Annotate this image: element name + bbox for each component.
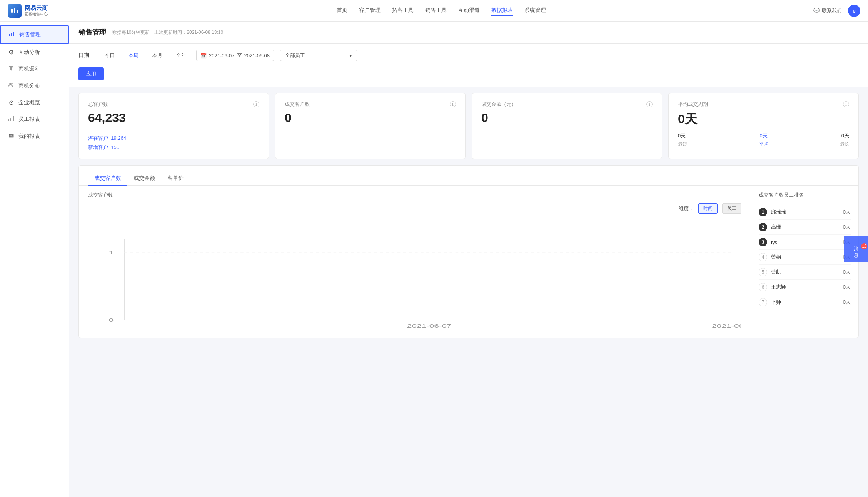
filter-row: 日期： 今日 本周 本月 全年 📅 2021-06-07 至 2021-06-0…: [78, 50, 859, 61]
stat-label-amount: 成交金额（元） ℹ: [481, 101, 653, 108]
contact-button[interactable]: 💬 联系我们: [813, 7, 842, 14]
stat-card-period: 平均成交周期 ℹ 0天 0天 0天 0天 最短 平均 最长: [668, 93, 859, 159]
ranking-item-2: 2 高珊 0人: [759, 220, 851, 235]
svg-rect-8: [8, 119, 9, 121]
chart-area: 1 0 2021-06-07 2021-06-08: [88, 235, 741, 331]
period-min-label: 最短: [678, 141, 687, 147]
nav-item-tools[interactable]: 拓客工具: [392, 5, 414, 16]
svg-rect-1: [14, 8, 15, 13]
chart-tabs: 成交客户数 成交金额 客单价: [79, 166, 858, 186]
sidebar-item-employee[interactable]: 员工报表: [0, 111, 69, 128]
nav-item-reports[interactable]: 数据报表: [491, 5, 513, 16]
rank-name-5: 曹凯: [771, 269, 839, 276]
period-avg-label: 平均: [759, 141, 768, 147]
rank-name-6: 王志颖: [771, 284, 839, 291]
date-to: 2021-06-08: [244, 53, 270, 59]
sidebar-item-my-reports[interactable]: ✉ 我的报表: [0, 128, 69, 144]
date-btn-year[interactable]: 全年: [172, 50, 190, 60]
phone-float-btn[interactable]: 打电话: [844, 236, 868, 243]
logo-icon: [8, 4, 22, 18]
nav-right: 💬 联系我们 e: [813, 5, 860, 17]
ranking-item-7: 7 卜帅 0人: [759, 295, 851, 310]
date-btn-today[interactable]: 今日: [101, 50, 119, 60]
top-nav: 网易云商 互客销售中心 首页 客户管理 拓客工具 销售工具 互动渠道 数据报表 …: [0, 0, 868, 22]
content-area: 销售管理 数据每10分钟更新，上次更新时间：2021-06-08 13:10 日…: [69, 22, 868, 497]
sidebar-item-opportunity[interactable]: 商机分布: [0, 77, 69, 94]
stat-label-period: 平均成交周期 ℹ: [678, 101, 849, 108]
chart-tab-amount[interactable]: 成交金额: [127, 172, 161, 186]
sidebar-item-enterprise[interactable]: ⊙ 企业概览: [0, 94, 69, 111]
svg-text:0: 0: [108, 318, 114, 323]
sidebar-item-interaction[interactable]: ⚙ 互动分析: [0, 44, 69, 60]
date-range-picker[interactable]: 📅 2021-06-07 至 2021-06-08: [196, 50, 274, 61]
sidebar-label-employee: 员工报表: [18, 116, 40, 123]
stat-label-closed: 成交客户数 ℹ: [285, 101, 456, 108]
msg-label: 消息: [854, 246, 858, 258]
message-float-btn[interactable]: 12 消息: [844, 243, 868, 262]
sidebar-label-opportunity: 商机分布: [18, 82, 40, 89]
stat-value-period: 0天: [678, 111, 849, 128]
rank-num-4: 4: [759, 253, 767, 261]
chart-left: 成交客户数 维度： 时间 员工: [79, 186, 751, 338]
user-avatar[interactable]: e: [848, 5, 860, 17]
employee-icon: [8, 115, 15, 123]
period-labels: 最短 平均 最长: [678, 141, 849, 147]
employee-select[interactable]: 全部员工 ▾: [280, 50, 357, 61]
nav-item-customers[interactable]: 客户管理: [359, 5, 381, 16]
rank-num-2: 2: [759, 223, 767, 231]
float-buttons: 打电话 12 消息: [844, 236, 868, 262]
sidebar-item-sales-mgmt[interactable]: 销售管理: [0, 25, 69, 44]
apply-button[interactable]: 应用: [78, 67, 104, 80]
rank-num-1: 1: [759, 208, 767, 216]
rank-name-4: 曾娟: [771, 254, 839, 261]
ranking-item-5: 5 曹凯 0人: [759, 265, 851, 280]
date-label: 日期：: [78, 52, 95, 59]
chart-ranking: 成交客户数员工排名 1 邱瑶瑶 0人 2 高珊 0人 3 lys 0人: [751, 186, 858, 338]
date-btn-week[interactable]: 本周: [125, 50, 142, 60]
svg-rect-4: [11, 33, 12, 36]
date-btn-month[interactable]: 本月: [149, 50, 166, 60]
svg-rect-0: [11, 9, 13, 13]
info-icon-amount[interactable]: ℹ: [646, 101, 653, 107]
stats-row: 总客户数 ℹ 64,233 潜在客户 19,264 新增客户 150 成交客户数: [69, 87, 868, 165]
employee-placeholder: 全部员工: [285, 52, 305, 59]
date-from: 2021-06-07: [209, 53, 235, 59]
rank-num-3: 3: [759, 238, 767, 246]
dim-btn-time[interactable]: 时间: [698, 203, 718, 214]
svg-rect-11: [13, 116, 14, 121]
sidebar-item-funnel[interactable]: 商机漏斗: [0, 60, 69, 77]
bar-chart-icon: [8, 31, 15, 38]
nav-item-home[interactable]: 首页: [337, 5, 347, 16]
rank-name-3: lys: [771, 239, 839, 245]
chart-tab-customers[interactable]: 成交客户数: [88, 172, 127, 186]
svg-rect-2: [17, 10, 18, 13]
info-icon-period[interactable]: ℹ: [843, 101, 849, 107]
rank-name-7: 卜帅: [771, 299, 839, 306]
logo-sub: 互客销售中心: [25, 12, 48, 17]
svg-rect-9: [10, 118, 11, 121]
sidebar-label-my-reports: 我的报表: [18, 133, 40, 140]
rank-val-5: 0人: [843, 269, 851, 276]
nav-item-channels[interactable]: 互动渠道: [458, 5, 480, 16]
info-icon-total[interactable]: ℹ: [253, 101, 259, 107]
chart-y-label: 成交客户数: [88, 192, 741, 199]
phone-label: 打电话: [847, 239, 865, 239]
dim-btn-employee[interactable]: 员工: [722, 203, 741, 214]
nav-item-system[interactable]: 系统管理: [524, 5, 546, 16]
ranking-item-1: 1 邱瑶瑶 0人: [759, 205, 851, 220]
sidebar-label-interaction: 互动分析: [18, 49, 40, 56]
svg-point-6: [9, 83, 12, 85]
users-icon: [8, 82, 15, 90]
ranking-item-4: 4 曾娟 0人: [759, 250, 851, 265]
rank-val-2: 0人: [843, 224, 851, 231]
info-icon-closed[interactable]: ℹ: [450, 101, 456, 107]
dimension-row: 维度： 时间 员工: [679, 203, 741, 214]
rank-num-7: 7: [759, 298, 767, 306]
rank-name-1: 邱瑶瑶: [771, 209, 839, 216]
dimension-label: 维度：: [679, 205, 694, 212]
chart-tab-unit[interactable]: 客单价: [161, 172, 190, 186]
chart-svg: 1 0 2021-06-07 2021-06-08: [88, 235, 741, 331]
svg-text:2021-06-08: 2021-06-08: [712, 323, 741, 328]
nav-item-sales[interactable]: 销售工具: [425, 5, 447, 16]
stat-value-amount: 0: [481, 111, 653, 125]
